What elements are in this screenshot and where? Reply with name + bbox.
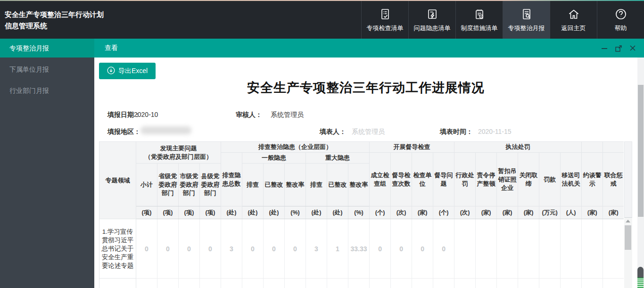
column-header-topic-area: 专题领域: [99, 142, 136, 219]
data-cell: 0: [242, 219, 264, 279]
export-excel-button[interactable]: 导出Excel: [99, 63, 156, 79]
data-cell: [476, 219, 497, 279]
unit-cell: (项): [157, 206, 179, 219]
data-cell: 33.33: [348, 219, 370, 279]
sub-header: 排查隐患总数: [221, 153, 242, 206]
unit-cell: (项): [179, 206, 200, 219]
fill-time-label: 填表时间：: [440, 128, 473, 136]
data-cell: [327, 279, 348, 288]
table-scrollbar-thumb[interactable]: [625, 225, 631, 250]
data-cell: [582, 219, 603, 279]
minimize-icon[interactable]: [601, 44, 608, 52]
nav-item-label: 专项检查清单: [367, 24, 404, 33]
data-cell: 3: [221, 219, 242, 279]
sidebar-item-label: 下属单位月报: [9, 66, 49, 73]
data-cell: [518, 279, 539, 288]
sub-header: 罚款: [539, 153, 561, 206]
sidebar-item-subordinate-units[interactable]: 下属单位月报: [0, 60, 94, 79]
scroll-up-arrow-icon[interactable]: [626, 220, 630, 222]
group-header: 执法处罚: [454, 142, 582, 153]
data-cell: [454, 219, 476, 279]
region-label: 填报地区：: [107, 128, 140, 136]
data-cell: [454, 279, 476, 288]
unit-cell: (%): [348, 206, 370, 219]
nav-item-measures-list[interactable]: 制度措施清单: [455, 1, 503, 39]
unit-cell: (家): [582, 206, 603, 219]
data-cell: 1: [327, 219, 348, 279]
nav-item-label: 问题隐患清单: [414, 24, 451, 33]
unit-cell: (次): [454, 206, 476, 219]
report-table: 专题领域发现主要问题 （党委政府及部门层面）排查整治隐患（企业层面）开展督导检查…: [99, 141, 624, 288]
leaf-header: 小计: [136, 164, 157, 206]
unit-cell: (人): [561, 206, 582, 219]
unit-cell: (万元): [539, 206, 561, 219]
table-scrollbar: [624, 218, 632, 288]
checklist-icon: [379, 8, 392, 21]
nav-item-inspection-list[interactable]: 专项检查清单: [361, 1, 408, 39]
data-cell: [603, 279, 624, 288]
table-header-filler: [624, 141, 632, 218]
data-cell: 0: [370, 219, 391, 279]
unit-cell: (家): [518, 206, 539, 219]
group-header: [603, 142, 624, 153]
sub-header: 责令停产整顿: [476, 153, 497, 206]
sub-header: 联合惩戒: [603, 153, 624, 206]
data-cell: [306, 279, 327, 288]
app-title-line1: 安全生产专项整治三年行动计划: [5, 9, 361, 20]
nav-item-label: 帮助: [615, 24, 627, 33]
sidebar-item-industry-departments[interactable]: 行业部门月报: [0, 81, 94, 100]
data-cell: 0: [285, 219, 306, 279]
unit-cell: (个): [370, 206, 391, 219]
data-cell: [561, 219, 582, 279]
page-scrollbar-thumb[interactable]: [638, 85, 644, 217]
sub-header: 一般隐患: [242, 153, 306, 164]
download-icon: [107, 66, 115, 76]
close-icon[interactable]: [629, 44, 636, 52]
page-scrollbar: [637, 58, 644, 288]
data-cell: 0: [179, 219, 200, 279]
nav-item-hazard-list[interactable]: 问题隐患清单: [408, 1, 455, 39]
maximize-icon[interactable]: [615, 44, 622, 52]
data-cell: [370, 279, 391, 288]
unit-cell: (项): [200, 206, 221, 219]
data-cell: [285, 279, 306, 288]
data-cell: [157, 279, 179, 288]
nav-item-home[interactable]: 返回主页: [550, 1, 597, 39]
sidebar-item-monthly-report[interactable]: 专项整治月报: [0, 39, 94, 58]
report-table-wrap: 专题领域发现主要问题 （党委政府及部门层面）排查整治隐患（企业层面）开展督导检查…: [99, 141, 624, 288]
sidebar: 专项整治月报 下属单位月报 行业部门月报: [0, 39, 94, 288]
help-icon: [614, 8, 627, 21]
page-scrollbar-grip[interactable]: [637, 267, 644, 278]
calendar-stamp-icon: [473, 8, 486, 21]
data-cell: 0: [157, 219, 179, 279]
sidebar-item-label: 专项整治月报: [9, 44, 49, 52]
data-cell: [603, 219, 624, 279]
unit-cell: (处): [264, 206, 285, 219]
data-cell: [582, 279, 603, 288]
app-header: 安全生产专项整治三年行动计划 信息管理系统 专项检查清单 问题隐患: [0, 1, 644, 39]
data-cell: 0: [200, 219, 221, 279]
data-cell: [497, 219, 518, 279]
group-header: [582, 142, 603, 153]
filler-value: 系统管理员: [352, 128, 385, 136]
row-label: 1.学习宣传贯彻习近平总书记关于安全生产重要论述专题: [99, 219, 136, 279]
leaf-header: 省级党委政府部门: [157, 164, 179, 206]
data-cell: [179, 279, 200, 288]
sub-header: 约谈警示: [582, 153, 603, 206]
sub-header: 成立检查组: [370, 153, 391, 206]
data-cell: 0: [433, 219, 454, 279]
data-cell: [136, 279, 157, 288]
data-cell: [242, 279, 264, 288]
fill-time-value: 2020-11-15: [478, 128, 512, 135]
data-cell: 0: [412, 219, 433, 279]
sub-header: 督导问题: [433, 153, 454, 206]
filler-label: 填表人：: [320, 128, 346, 136]
reviewer-label: 审核人：: [236, 111, 262, 119]
leaf-header: 市级党委政府部门: [179, 164, 200, 206]
report-title: 安全生产专项整治三年行动工作进展情况: [94, 79, 637, 96]
group-header: 排查整治隐患（企业层面）: [221, 142, 370, 153]
tab-title-view: 查看: [94, 44, 601, 52]
nav-item-help[interactable]: 帮助: [597, 1, 644, 39]
nav-item-monthly-report[interactable]: 专项整治月报: [503, 1, 550, 39]
unit-cell: (家): [497, 206, 518, 219]
